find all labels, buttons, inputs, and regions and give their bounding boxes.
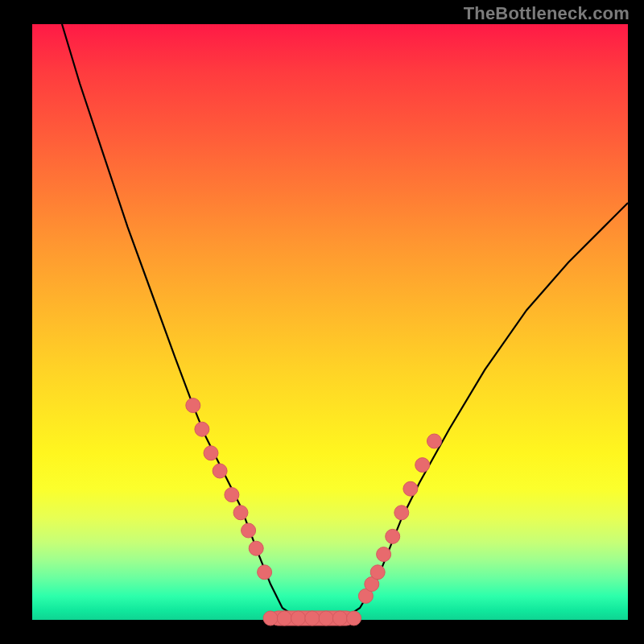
marker-right-8 [427, 434, 442, 448]
marker-left-0 [186, 398, 200, 413]
marker-right-4 [386, 529, 400, 543]
flat-dot-0 [263, 611, 278, 625]
marker-left-6 [242, 523, 256, 538]
marker-left-5 [233, 506, 248, 520]
marker-left-1 [195, 422, 209, 436]
markers-left-group [186, 398, 272, 580]
marker-left-4 [225, 488, 239, 502]
chart-frame: TheBottleneck.com [0, 0, 644, 644]
curve-svg [32, 24, 628, 620]
marker-right-6 [403, 481, 418, 496]
flat-dot-3 [305, 611, 320, 625]
flat-dot-6 [347, 611, 361, 625]
marker-left-8 [258, 565, 272, 580]
bottleneck-curve [62, 24, 628, 620]
marker-left-3 [213, 464, 227, 478]
marker-left-2 [204, 446, 218, 460]
watermark-text: TheBottleneck.com [464, 3, 630, 24]
marker-right-3 [377, 547, 391, 562]
flat-dot-5 [332, 611, 347, 625]
flat-dot-4 [319, 611, 333, 625]
marker-right-2 [370, 565, 385, 580]
marker-left-7 [249, 541, 263, 555]
marker-right-5 [394, 506, 409, 520]
flat-dot-2 [291, 611, 306, 625]
flat-dot-1 [277, 611, 291, 625]
plot-area [32, 24, 628, 620]
marker-right-7 [415, 458, 430, 473]
flat-segment-group [263, 611, 361, 625]
markers-right-group [358, 434, 441, 603]
